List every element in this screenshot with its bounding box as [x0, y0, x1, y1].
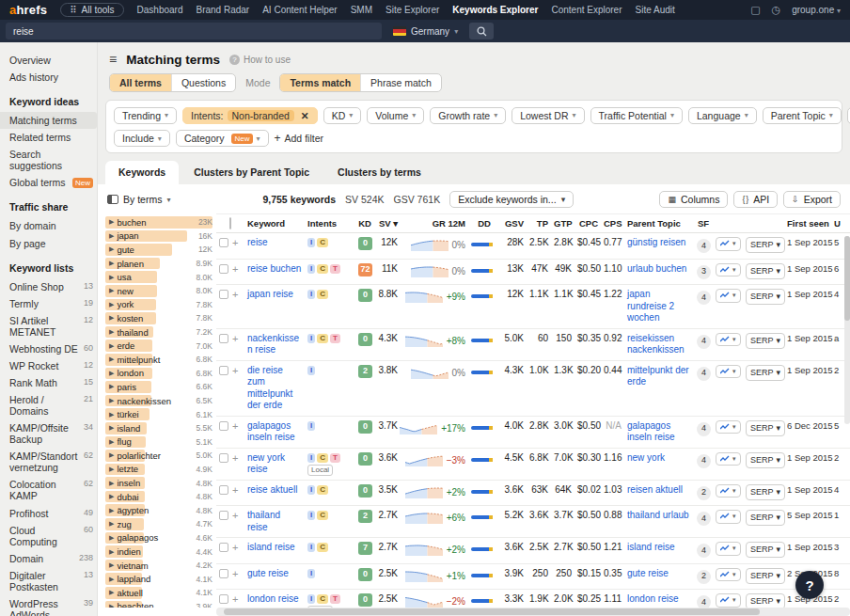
parent-topic-link[interactable]: gute reise [627, 568, 669, 578]
column-header-GTP[interactable]: GTP [551, 214, 575, 232]
serp-dropdown-button[interactable]: SERP▾ [746, 365, 785, 381]
nav-item-smm[interactable]: SMM [351, 5, 372, 15]
column-header-TP[interactable]: TP [527, 214, 551, 232]
column-header-First seen[interactable]: First seen [784, 214, 831, 232]
sidebar-item-global-terms[interactable]: Global termsNew [9, 174, 97, 191]
sidebar-item-herold-domains[interactable]: Herold / Domains21 [9, 391, 97, 419]
sidebar-item-by-page[interactable]: By page [9, 235, 97, 252]
parent-topic-link[interactable]: reisekissen nackenkissen [627, 333, 685, 355]
row-checkbox[interactable] [219, 453, 228, 463]
row-checkbox[interactable] [219, 511, 228, 520]
parent-topic-link[interactable]: thailand urlaub [627, 510, 689, 520]
keyword-link[interactable]: new york reise [247, 452, 285, 475]
keyword-link[interactable]: thailand reise [247, 510, 280, 532]
sidebar-item-rank-math[interactable]: Rank Math15 [9, 374, 97, 391]
how-to-use-link[interactable]: ?How to use [229, 55, 291, 65]
sidebar-item-digitaler-postkasten[interactable]: Digitaler Postkasten13 [9, 567, 97, 595]
serp-dropdown-button[interactable]: SERP▾ [746, 568, 785, 584]
sidebar-item-wordpress-adwords[interactable]: WordPress AdWords39 [9, 595, 97, 616]
term-filter-item[interactable]: ▶letzte4.9K [105, 463, 212, 477]
position-history-button[interactable]: ▾ [716, 568, 741, 582]
column-header-U[interactable]: U [831, 214, 850, 232]
term-filter-item[interactable]: ▶island5.5K [105, 421, 212, 435]
sidebar-item-matching-terms[interactable]: Matching terms [0, 112, 97, 129]
term-filter-item[interactable]: ▶aktuell4.1K [105, 586, 212, 600]
nav-item-content-explorer[interactable]: Content Explorer [551, 5, 622, 15]
mode-tab-all-terms[interactable]: All terms [110, 74, 172, 91]
tab-keywords[interactable]: Keywords [105, 161, 179, 184]
term-filter-item[interactable]: ▶gute12K [105, 243, 212, 257]
position-history-button[interactable]: ▾ [716, 237, 741, 251]
filter-chip-traffic-potential[interactable]: Traffic Potential▾ [590, 107, 683, 124]
sidebar-item-kamp-standortvernetzung[interactable]: KAMP/Standortvernetzung62 [9, 448, 97, 476]
position-history-button[interactable]: ▾ [716, 510, 741, 524]
add-filter-button[interactable]: +Add filter [275, 132, 323, 145]
sidebar-item-termly[interactable]: Termly19 [9, 295, 97, 312]
sidebar-item-ads-history[interactable]: Ads history [9, 69, 97, 86]
parent-topic-link[interactable]: reisen aktuell [627, 484, 683, 495]
parent-topic-link[interactable]: galapagos inseln reise [627, 420, 675, 443]
add-to-list-icon[interactable]: + [232, 511, 238, 520]
nav-item-keywords-explorer[interactable]: Keywords Explorer [452, 5, 538, 15]
nav-item-brand-radar[interactable]: Brand Radar [197, 5, 250, 15]
filter-chip-parent-topic[interactable]: Parent Topic▾ [763, 107, 842, 124]
parent-topic-link[interactable]: günstig reisen [627, 237, 685, 247]
term-filter-item[interactable]: ▶paris6.6K [105, 380, 212, 394]
tab-clusters-by-parent-topic[interactable]: Clusters by Parent Topic [181, 161, 323, 184]
export-button[interactable]: ⇩Export [783, 191, 841, 208]
parent-topic-link[interactable]: mittelpunkt der erde [627, 365, 689, 387]
window-icon[interactable]: ▢ [750, 4, 760, 16]
row-checkbox[interactable] [219, 264, 228, 274]
position-history-button[interactable]: ▾ [716, 365, 741, 379]
columns-button[interactable]: ▦Columns [659, 191, 728, 208]
term-filter-item[interactable]: ▶türkei6.1K [105, 407, 212, 421]
sidebar-item-wp-rocket[interactable]: WP Rocket12 [9, 357, 97, 374]
filter-chip-intents-[interactable]: Intents:Non-branded✕ [182, 107, 318, 124]
term-filter-item[interactable]: ▶erde7.0K [105, 339, 212, 353]
tab-clusters-by-terms[interactable]: Clusters by terms [324, 161, 434, 184]
position-history-button[interactable]: ▾ [716, 542, 741, 556]
serp-dropdown-button[interactable]: SERP▾ [746, 452, 785, 468]
add-to-list-icon[interactable]: + [232, 334, 238, 343]
add-to-list-icon[interactable]: + [232, 421, 238, 431]
column-header-GR 12M[interactable]: GR 12M [401, 214, 468, 232]
column-header-Keyword[interactable]: Keyword [244, 214, 305, 232]
term-filter-item[interactable]: ▶thailand7.2K [105, 325, 212, 340]
keyword-link[interactable]: reise buchen [247, 263, 301, 274]
add-to-list-icon[interactable]: + [232, 264, 238, 274]
sidebar-item-kamp-offsite-backup[interactable]: KAMP/Offsite Backup34 [9, 419, 97, 448]
term-filter-item[interactable]: ▶usa8.0K [105, 270, 212, 284]
usage-gauge-icon[interactable]: ◷ [772, 4, 781, 16]
column-header-DD[interactable]: DD [468, 214, 500, 232]
sidebar-item-colocation-kamp[interactable]: Colocation KAMP62 [9, 476, 97, 504]
keyword-link[interactable]: reise aktuell [247, 484, 297, 495]
term-filter-item[interactable]: ▶inseln4.8K [105, 476, 212, 490]
nav-item-site-explorer[interactable]: Site Explorer [386, 5, 439, 15]
add-to-list-icon[interactable]: + [232, 485, 238, 495]
term-filter-item[interactable]: ▶beachten3.9K [105, 600, 212, 608]
position-history-button[interactable]: ▾ [716, 333, 741, 347]
position-history-button[interactable]: ▾ [716, 289, 741, 303]
serp-dropdown-button[interactable]: SERP▾ [746, 510, 785, 526]
ahrefs-logo[interactable]: ahrefs [9, 3, 47, 17]
row-checkbox[interactable] [219, 290, 228, 299]
keyword-search-input[interactable]: reise [6, 23, 382, 39]
column-header-SV[interactable]: SV ▾ [374, 214, 401, 232]
position-history-button[interactable]: ▾ [716, 484, 741, 498]
select-all-checkbox[interactable] [216, 214, 244, 232]
parent-topic-link[interactable]: new york [627, 452, 665, 463]
keyword-link[interactable]: japan reise [247, 289, 293, 299]
serp-dropdown-button[interactable]: SERP▾ [746, 420, 785, 436]
serp-dropdown-button[interactable]: SERP▾ [746, 542, 785, 558]
serp-dropdown-button[interactable]: SERP▾ [746, 289, 785, 305]
serp-dropdown-button[interactable]: SERP▾ [746, 333, 785, 349]
column-header-CPC[interactable]: CPC [575, 214, 601, 232]
term-filter-item[interactable]: ▶zug4.7K [105, 517, 212, 531]
term-filter-item[interactable]: ▶dubai4.8K [105, 490, 212, 504]
row-checkbox[interactable] [219, 485, 228, 495]
column-header-Intents[interactable]: Intents [305, 214, 355, 232]
column-header-GSV[interactable]: GSV [500, 214, 527, 232]
term-filter-item[interactable]: ▶buchen23K [105, 215, 212, 229]
exclude-keywords-dropdown[interactable]: Exclude keywords in...▾ [449, 191, 574, 208]
column-header-actions[interactable] [713, 220, 743, 228]
